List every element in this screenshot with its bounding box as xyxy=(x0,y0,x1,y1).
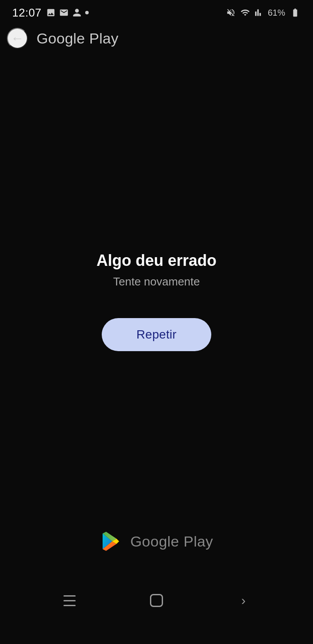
status-bar: 12:07 xyxy=(0,0,313,23)
nav-back-icon: › xyxy=(241,593,246,608)
battery-icon xyxy=(290,8,301,17)
google-play-icon xyxy=(100,530,123,553)
back-button[interactable]: ← xyxy=(7,28,28,49)
mail-icon xyxy=(59,8,69,17)
wifi-icon xyxy=(240,8,250,17)
home-icon xyxy=(150,594,163,607)
retry-button[interactable]: Repetir xyxy=(102,318,211,351)
notification-dot xyxy=(85,11,89,14)
signal-icon xyxy=(255,8,263,17)
page-title: Google Play xyxy=(37,30,119,47)
retry-button-label: Repetir xyxy=(137,328,176,342)
account-icon xyxy=(72,8,82,17)
back-arrow-icon: ← xyxy=(11,31,24,46)
status-left: 12:07 xyxy=(12,6,89,20)
footer-logo-text: Google Play xyxy=(130,533,213,550)
battery-indicator: 61% xyxy=(268,8,285,18)
footer-logo: Google Play xyxy=(0,530,313,553)
error-title: Algo deu errado xyxy=(97,252,216,270)
status-right: 61% xyxy=(226,8,301,18)
recents-icon xyxy=(63,595,76,606)
error-container: Algo deu errado Tente novamente xyxy=(97,252,216,288)
status-icons-left xyxy=(46,8,89,17)
mute-icon xyxy=(226,8,236,17)
main-content: Algo deu errado Tente novamente Repetir xyxy=(0,54,313,548)
status-time: 12:07 xyxy=(12,6,42,20)
image-icon xyxy=(46,8,56,17)
error-subtitle: Tente novamente xyxy=(113,275,200,288)
nav-home-button[interactable] xyxy=(139,587,174,614)
nav-recents-button[interactable] xyxy=(52,587,87,614)
nav-back-button[interactable]: › xyxy=(226,587,261,614)
nav-bar: › xyxy=(0,566,313,644)
top-bar: ← Google Play xyxy=(0,23,313,54)
